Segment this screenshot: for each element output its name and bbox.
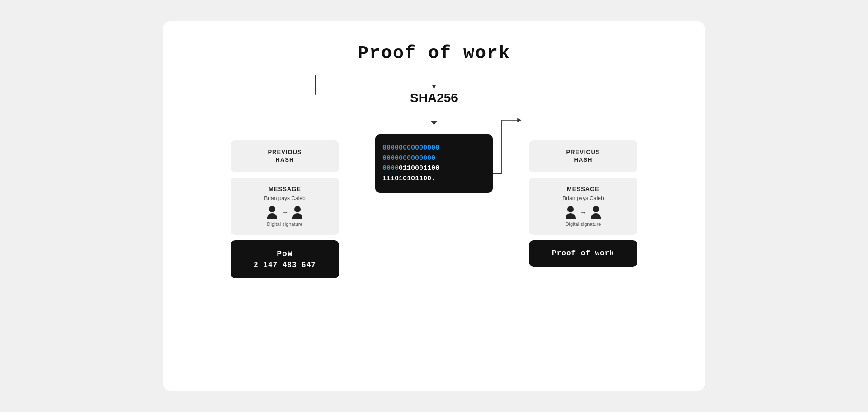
hash-ones-4: 111010101100.: [382, 175, 435, 183]
hash-ones-3: 0110001100: [399, 164, 439, 172]
right-head-from: [567, 206, 574, 212]
left-person-from-icon: [267, 206, 277, 219]
left-person-to-icon: [292, 206, 302, 219]
left-message-label: MESSAGE: [238, 186, 332, 193]
hash-zeros-3: 0000: [382, 164, 399, 172]
right-pow-label: Proof of work: [536, 249, 630, 258]
left-sig-label: Digital signature: [238, 221, 332, 227]
left-prev-hash-label: PREVIOUSHASH: [238, 149, 332, 164]
hash-line-2: 0000000000000: [382, 154, 486, 164]
hash-line-1: 00000000000000: [382, 143, 486, 154]
page-title: Proof of work: [358, 43, 510, 64]
right-body-from: [566, 213, 576, 219]
left-body-to: [292, 213, 302, 219]
left-pow-box: PoW 2 147 483 647: [231, 240, 339, 278]
right-pow-box: Proof of work: [529, 240, 637, 267]
right-transfer-arrow: →: [580, 209, 586, 216]
left-body-from: [267, 213, 277, 219]
right-message-box: MESSAGE Brian pays Caleb → Digital: [529, 178, 637, 235]
left-message-sub: Brian pays Caleb: [238, 195, 332, 201]
sha-to-hash-arrow: [431, 107, 437, 125]
left-person-row: →: [238, 206, 332, 219]
left-message-box: MESSAGE Brian pays Caleb → Digital: [231, 178, 339, 235]
hash-output-box: 00000000000000 0000000000000 00000110001…: [375, 134, 493, 193]
hash-line-3: 00000110001100: [382, 164, 486, 174]
left-pow-title: PoW: [238, 249, 332, 258]
right-head-to: [593, 206, 599, 212]
left-transfer-arrow: →: [282, 209, 288, 216]
right-person-row: →: [536, 206, 630, 219]
right-column: PREVIOUSHASH MESSAGE Brian pays Caleb →: [529, 140, 637, 267]
right-prev-hash-label: PREVIOUSHASH: [536, 149, 630, 164]
left-column: PREVIOUSHASH MESSAGE Brian pays Caleb →: [231, 140, 339, 278]
right-message-sub: Brian pays Caleb: [536, 195, 630, 201]
sha256-label: SHA256: [410, 91, 458, 105]
left-head-to: [294, 206, 301, 212]
sha-arrow-line: [434, 107, 434, 121]
sha-arrow-head: [431, 121, 437, 125]
right-sig-label: Digital signature: [536, 221, 630, 227]
diagram-inner: PREVIOUSHASH MESSAGE Brian pays Caleb →: [190, 86, 678, 278]
left-pow-value: 2 147 483 647: [238, 261, 332, 269]
right-body-to: [591, 213, 601, 219]
center-column: SHA256 00000000000000 0000000000000 0000…: [366, 86, 502, 193]
hash-line-4: 111010101100.: [382, 174, 486, 184]
diagram: PREVIOUSHASH MESSAGE Brian pays Caleb →: [190, 86, 678, 278]
right-person-to-icon: [591, 206, 601, 219]
right-person-from-icon: [566, 206, 576, 219]
left-prev-hash-box: PREVIOUSHASH: [231, 140, 339, 172]
right-message-label: MESSAGE: [536, 186, 630, 193]
left-head-from: [269, 206, 275, 212]
main-card: Proof of work PREVIOUSHASH: [163, 21, 705, 391]
right-prev-hash-box: PREVIOUSHASH: [529, 140, 637, 172]
